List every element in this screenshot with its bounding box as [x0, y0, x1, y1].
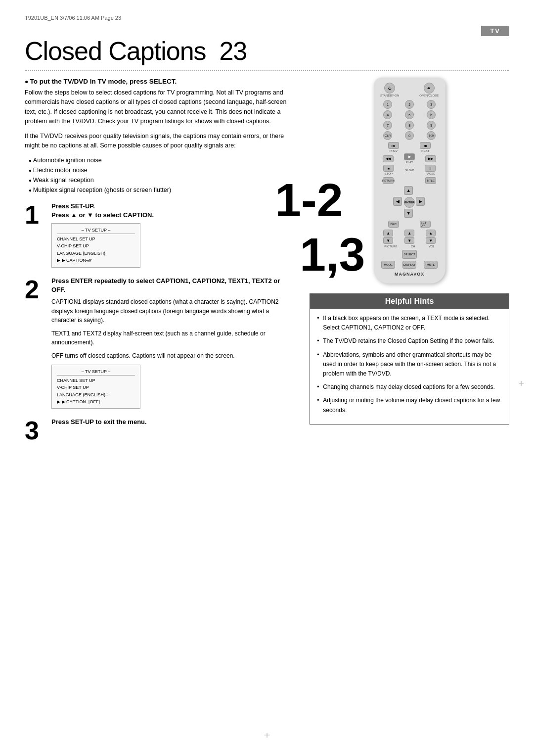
helpful-hints-box: Helpful Hints If a black box appears on …: [310, 293, 509, 425]
step-2: 2 Press ENTER repeatedly to select CAPTI…: [25, 277, 295, 409]
hint-4: Changing channels may delay closed capti…: [317, 382, 502, 392]
file-reference: T9201UB_EN 3/7/06 11:06 AM Page 23: [25, 15, 509, 21]
num-7-button[interactable]: 7: [383, 121, 392, 130]
setup-button[interactable]: SET-UP: [420, 221, 431, 228]
num-2-button[interactable]: 2: [405, 100, 414, 109]
hint-1: If a black box appears on the screen, a …: [317, 314, 502, 332]
num-100-button[interactable]: 100: [427, 131, 436, 140]
title-button[interactable]: TITLE: [425, 177, 436, 184]
causes-list: Automobile ignition noise Electric motor…: [29, 155, 295, 195]
step-2-text-3: OFF turns off closed captions. Captions …: [51, 351, 295, 361]
intro-paragraph-1: Follow the steps below to select closed …: [25, 88, 295, 127]
enter-button[interactable]: ENTER: [404, 197, 415, 208]
num-0-button[interactable]: 0: [405, 131, 414, 140]
step-3: 3 Press SET-UP to exit the menu.: [25, 418, 295, 443]
stop-button[interactable]: ■: [383, 165, 394, 172]
screen-mockup-1: – TV SETUP – CHANNEL SET UP V-CHIP SET U…: [51, 223, 140, 268]
nav-pad: ▲ ◀ ENTER ▶ ▼: [393, 186, 426, 219]
intro-paragraph-2: If the TV/DVD receives poor quality tele…: [25, 132, 295, 151]
page-title: Closed Captions 23: [25, 36, 247, 66]
screen-mockup-2: – TV SETUP – CHANNEL SET UP V-CHIP SET U…: [51, 365, 140, 409]
vol-down-button[interactable]: ▼: [426, 237, 436, 244]
num-8-button[interactable]: 8: [405, 121, 414, 130]
next-button[interactable]: ⏭: [420, 142, 431, 149]
vol-up-button[interactable]: ▲: [426, 230, 436, 236]
dec-button[interactable]: DEC: [388, 221, 399, 228]
select-button[interactable]: SELECT: [402, 250, 417, 259]
num-6-button[interactable]: 6: [427, 110, 436, 119]
intro-heading: To put the TV/DVD in TV mode, press SELE…: [25, 78, 295, 85]
nav-down-button[interactable]: ▼: [404, 209, 413, 218]
mode-button[interactable]: MODE: [381, 261, 395, 269]
step-number-1: 1: [25, 202, 44, 228]
right-crosshair: +: [518, 378, 524, 389]
list-item: Multiplex signal reception (ghosts or sc…: [29, 185, 295, 195]
helpful-hints-content: If a black box appears on the screen, a …: [310, 309, 509, 424]
forward-button[interactable]: ▶▶: [425, 155, 436, 162]
remote-brand: MAGNAVOX: [378, 272, 442, 277]
pause-button[interactable]: ⏸: [425, 165, 436, 172]
ch-down-button[interactable]: ▼: [404, 237, 414, 244]
step-1: 1 Press SET-UP. Press ▲ or ▼ to select C…: [25, 202, 295, 267]
remote-control: ⏻ STANDBY-ON ⏏ OPEN/CLOSE 1 2 3 4 5: [374, 78, 445, 284]
step-3-heading: Press SET-UP to exit the menu.: [51, 418, 295, 426]
clear-button[interactable]: CLR: [383, 131, 392, 140]
nav-left-button[interactable]: ◀: [393, 197, 402, 206]
mute-button[interactable]: MUTE: [424, 261, 438, 269]
nav-up-button[interactable]: ▲: [404, 186, 413, 195]
hint-5: Adjusting or muting the volume may delay…: [317, 396, 502, 415]
picture-up-button[interactable]: ▲: [383, 230, 393, 236]
picture-down-button[interactable]: ▼: [383, 237, 393, 244]
bottom-crosshair: +: [264, 730, 270, 741]
list-item: Automobile ignition noise: [29, 155, 295, 165]
return-button[interactable]: RETURN: [383, 177, 394, 184]
step-overlay-13: 1,3: [300, 231, 365, 278]
num-5-button[interactable]: 5: [405, 110, 414, 119]
hint-3: Abbreviations, symbols and other grammat…: [317, 350, 502, 379]
list-item: Electric motor noise: [29, 165, 295, 175]
num-9-button[interactable]: 9: [427, 121, 436, 130]
open-close-button[interactable]: ⏏: [424, 83, 435, 94]
num-1-button[interactable]: 1: [383, 100, 392, 109]
ch-up-button[interactable]: ▲: [404, 230, 414, 236]
nav-right-button[interactable]: ▶: [416, 197, 425, 206]
display-button[interactable]: DISPLAY: [402, 261, 416, 269]
rewind-button[interactable]: ◀◀: [383, 155, 394, 162]
step-2-text-2: TEXT1 and TEXT2 display half-screen text…: [51, 329, 295, 347]
number-grid: 1 2 3 4 5 6 7 8 9 CLR 0 100: [378, 100, 442, 140]
step-2-heading: Press ENTER repeatedly to select CAPTION…: [51, 277, 295, 294]
play-button[interactable]: ▶: [404, 153, 415, 160]
num-3-button[interactable]: 3: [427, 100, 436, 109]
step-1-heading: Press SET-UP. Press ▲ or ▼ to select CAP…: [51, 202, 295, 220]
num-4-button[interactable]: 4: [383, 110, 392, 119]
hint-2: The TV/DVD retains the Closed Caption Se…: [317, 336, 502, 346]
step-number-3: 3: [25, 418, 44, 443]
step-2-text-1: CAPTION1 displays standard closed captio…: [51, 297, 295, 325]
step-number-2: 2: [25, 277, 44, 302]
prev-button[interactable]: ⏮: [388, 142, 399, 149]
standby-button[interactable]: ⏻: [384, 83, 395, 94]
helpful-hints-title: Helpful Hints: [310, 294, 509, 309]
tv-badge: TV: [481, 26, 509, 36]
list-item: Weak signal reception: [29, 175, 295, 185]
